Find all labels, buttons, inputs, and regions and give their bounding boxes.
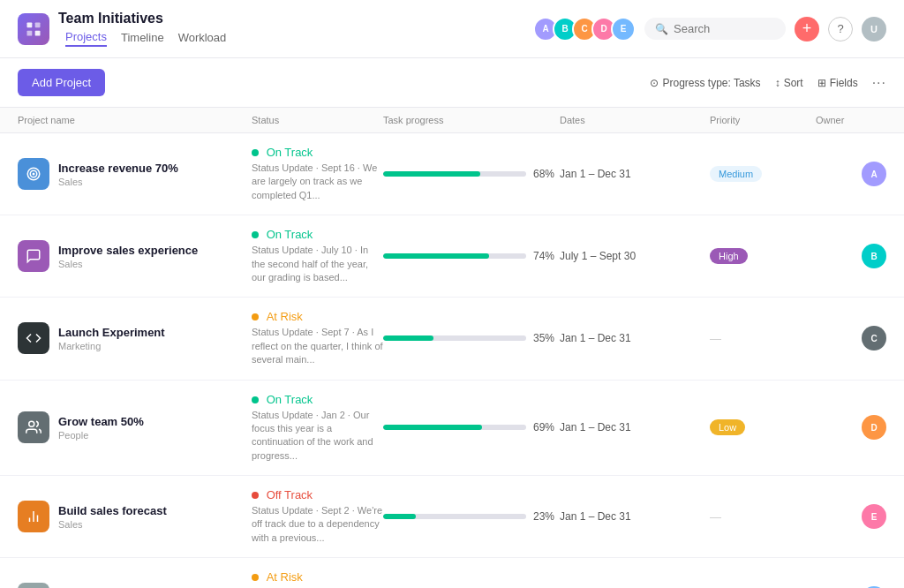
col-task-progress: Task progress (383, 115, 560, 125)
table-row[interactable]: Launch Experiment Marketing At Risk Stat… (0, 298, 904, 380)
sort-icon: ↕ (775, 77, 780, 89)
owner-avatar: C (862, 326, 886, 351)
project-name-info: Build sales forecast Sales (58, 504, 167, 530)
status-cell: On Track Status Update · Sept 16 · We ar… (252, 133, 383, 215)
more-options-button[interactable]: ··· (872, 75, 886, 91)
project-dept: Sales (58, 177, 178, 187)
search-bar[interactable]: 🔍 (644, 18, 786, 40)
owner-cell: D (816, 415, 886, 440)
avatar-5: E (611, 17, 636, 41)
priority-badge: High (710, 248, 748, 264)
table-row[interactable]: Improve sales experience Sales On Track … (0, 215, 904, 298)
project-dept: Marketing (58, 341, 165, 351)
owner-cell: A (816, 162, 886, 186)
status-label: At Risk (267, 310, 303, 323)
svg-rect-0 (27, 22, 33, 27)
status-dot (252, 231, 259, 238)
col-status: Status (252, 115, 383, 125)
status-cell: At Risk Status Update · Sept 2 · Our exp… (252, 558, 383, 588)
table-header: Project name Status Task progress Dates … (0, 108, 904, 133)
progress-bar-bg (383, 253, 526, 259)
project-name: Improve sales experience (58, 244, 198, 257)
project-icon (18, 240, 49, 272)
project-name-info: Grow team 50% People (58, 415, 144, 441)
priority-none: — (710, 332, 721, 345)
priority-badge: Medium (710, 166, 762, 182)
table-row[interactable]: Grow team 50% People On Track Status Upd… (0, 381, 904, 477)
table-row[interactable]: Build sales forecast Sales Off Track Sta… (0, 476, 904, 558)
status-update: Status Update · Jan 2 · Our focus this y… (252, 409, 383, 464)
search-input[interactable] (674, 22, 775, 35)
progress-pct: 74% (533, 250, 560, 262)
owner-avatar: E (862, 504, 886, 529)
tab-timeline[interactable]: Timeline (121, 29, 164, 46)
priority-cell: — (710, 510, 816, 524)
project-name-info: Increase revenue 70% Sales (58, 162, 178, 187)
project-name-cell: Increase revenue 70% Sales (18, 146, 252, 202)
project-icon (18, 322, 49, 354)
status-header: On Track (252, 393, 383, 406)
status-dot (252, 313, 259, 320)
status-label: At Risk (267, 570, 303, 584)
svg-rect-2 (27, 30, 33, 35)
progress-bar-bg (383, 514, 526, 519)
progress-type-button[interactable]: ⊙ Progress type: Tasks (650, 77, 760, 89)
project-name-cell: Launch a new feature Product (18, 570, 252, 588)
project-name: Grow team 50% (58, 415, 144, 428)
status-label: On Track (267, 146, 313, 159)
progress-bar-fill (383, 335, 433, 341)
priority-cell: High (710, 248, 816, 264)
toolbar-right: ⊙ Progress type: Tasks ↕ Sort ⊞ Fields ·… (650, 75, 886, 91)
status-header: Off Track (252, 488, 383, 501)
progress-pct: 23% (533, 510, 560, 523)
project-name: Build sales forecast (58, 504, 167, 517)
status-header: At Risk (252, 310, 383, 323)
top-bar: Team Initiatives Projects Timeline Workl… (0, 0, 904, 58)
user-avatar: U (862, 17, 886, 41)
status-cell: On Track Status Update · Jan 2 · Our foc… (252, 381, 383, 476)
progress-bar-fill (383, 425, 482, 430)
priority-cell: — (710, 332, 816, 345)
add-button[interactable]: + (795, 17, 819, 41)
project-name-cell: Launch Experiment Marketing (18, 310, 252, 366)
fields-button[interactable]: ⊞ Fields (817, 77, 858, 89)
project-name-cell: Build sales forecast Sales (18, 488, 252, 545)
project-dept: People (58, 430, 144, 441)
search-icon: 🔍 (655, 23, 668, 35)
owner-avatar: B (862, 244, 886, 268)
sort-button[interactable]: ↕ Sort (775, 77, 803, 89)
project-icon (18, 158, 49, 190)
owner-cell: B (816, 244, 886, 268)
progress-pct: 35% (533, 332, 560, 344)
tab-projects[interactable]: Projects (65, 28, 107, 47)
status-update: Status Update · Sept 2 · We're off track… (252, 504, 383, 545)
status-dot (252, 396, 259, 403)
table-row[interactable]: Launch a new feature Product At Risk Sta… (0, 558, 904, 588)
tab-workload[interactable]: Workload (178, 29, 227, 46)
col-dates: Dates (560, 115, 710, 125)
status-header: On Track (252, 146, 383, 159)
top-right: A B C D E 🔍 + ? U (533, 17, 886, 41)
add-project-button[interactable]: Add Project (18, 69, 105, 96)
progress-bar-bg (383, 335, 526, 341)
priority-none: — (710, 510, 721, 524)
table-row[interactable]: Increase revenue 70% Sales On Track Stat… (0, 133, 904, 215)
priority-cell: Medium (710, 166, 816, 182)
progress-bar-fill (383, 171, 480, 177)
status-update: Status Update · Sept 16 · We are largely… (252, 162, 383, 202)
priority-cell: Low (710, 419, 816, 435)
status-cell: At Risk Status Update · Sept 7 · As I re… (252, 298, 383, 379)
project-name-info: Launch Experiment Marketing (58, 326, 165, 351)
app-icon (18, 13, 49, 45)
svg-point-7 (29, 422, 34, 427)
progress-cell: 23% (383, 510, 560, 523)
svg-point-6 (33, 173, 34, 175)
status-dot (252, 149, 259, 156)
svg-rect-1 (35, 22, 41, 27)
project-icon (18, 411, 49, 443)
progress-bar-bg (383, 425, 526, 430)
team-avatars: A B C D E (533, 17, 636, 41)
project-dept: Sales (58, 519, 167, 530)
help-button[interactable]: ? (828, 17, 853, 41)
priority-badge: Low (710, 419, 745, 435)
